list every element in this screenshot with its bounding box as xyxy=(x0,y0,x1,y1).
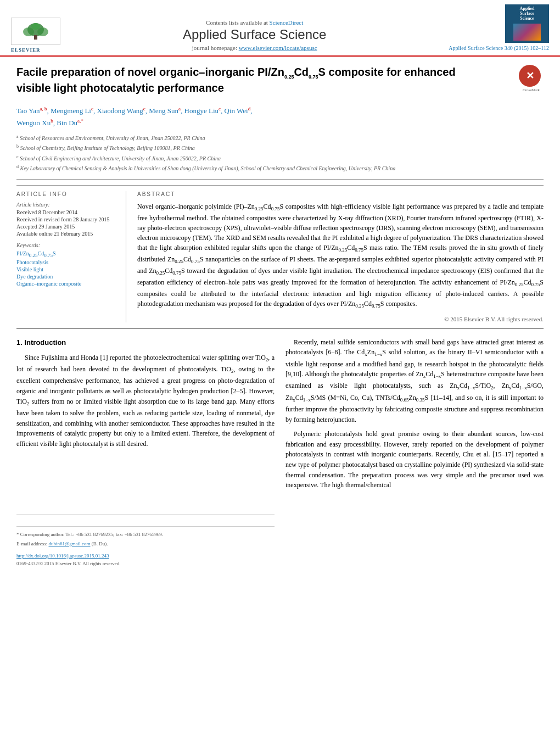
doi-section: http://dx.doi.org/10.1016/j.apsusc.2015.… xyxy=(16,553,275,560)
accepted-date: Accepted 29 January 2015 xyxy=(16,224,117,230)
authors-line: Tao Yana, b, Mengmeng Lic, Xiaodong Wang… xyxy=(16,105,544,129)
keywords-label: Keywords: xyxy=(16,242,117,248)
history-section: Article history: Received 8 December 201… xyxy=(16,202,117,237)
section-divider xyxy=(16,179,544,180)
body-right-col: Recently, metal sulfide semiconductors w… xyxy=(285,337,544,568)
affiliations-section: a School of Resources and Environment, U… xyxy=(16,133,544,172)
body-columns: 1. Introduction Since Fujishima and Hond… xyxy=(16,337,544,568)
intro-para-2: Recently, metal sulfide semiconductors w… xyxy=(285,337,544,425)
article-title-section: Facile preparation of novel organic–inor… xyxy=(16,65,544,99)
info-abstract-section: ARTICLE INFO Article history: Received 8… xyxy=(16,185,544,322)
elsevier-logo-image xyxy=(16,20,55,43)
doi-link[interactable]: http://dx.doi.org/10.1016/j.apsusc.2015.… xyxy=(16,553,109,559)
journal-info-center: Contents lists available at ScienceDirec… xyxy=(60,19,449,55)
crossmark-label: CrossMark xyxy=(519,88,544,92)
homepage-link[interactable]: www.elsevier.com/locate/apsusc xyxy=(239,44,317,51)
history-label: Article history: xyxy=(16,202,117,208)
intro-para-1: Since Fujishima and Honda [1] reported t… xyxy=(16,353,275,449)
keyword-4: Dye degradation xyxy=(16,274,117,280)
crossmark-icon: ✕ xyxy=(519,65,541,87)
affiliation-a: a School of Resources and Environment, U… xyxy=(16,133,544,142)
synthesized-word: synthesized xyxy=(474,461,505,468)
article-info-column: ARTICLE INFO Article history: Received 8… xyxy=(16,191,126,322)
elsevier-logo xyxy=(11,18,60,45)
svg-point-5 xyxy=(31,23,40,30)
article-content: Facile preparation of novel organic–inor… xyxy=(0,57,560,576)
keyword-1: PI/Zn0.25Cd0.75S xyxy=(16,250,117,258)
page: ELSEVIER Contents lists available at Sci… xyxy=(0,0,560,742)
citation-info: Applied Surface Science 340 (2015) 102–1… xyxy=(449,45,549,51)
sciencedirect-link[interactable]: ScienceDirect xyxy=(270,19,304,26)
main-body: 1. Introduction Since Fujishima and Hond… xyxy=(16,328,544,568)
keywords-section: Keywords: PI/Zn0.25Cd0.75S Photocatalysi… xyxy=(16,242,117,287)
body-left-col: 1. Introduction Since Fujishima and Hond… xyxy=(16,337,275,568)
elsevier-branding: ELSEVIER xyxy=(11,18,60,55)
email-link[interactable]: dubin61@gmail.com xyxy=(48,541,90,546)
copyright-text: © 2015 Elsevier B.V. All rights reserved… xyxy=(137,316,544,322)
journal-title: Applied Surface Science xyxy=(60,27,449,42)
crossmark-badge: ✕ CrossMark xyxy=(519,65,544,90)
journal-homepage: journal homepage: www.elsevier.com/locat… xyxy=(60,44,449,51)
received-date: Received 8 December 2014 xyxy=(16,209,117,215)
affiliation-b: b School of Chemistry, Beijing Institute… xyxy=(16,143,544,152)
svg-rect-4 xyxy=(34,35,37,40)
svg-point-3 xyxy=(37,27,48,36)
journal-badge: AppliedSurfaceScience xyxy=(505,4,549,43)
journal-header: ELSEVIER Contents lists available at Sci… xyxy=(0,0,560,57)
email-note: E-mail address: dubin61@gmail.com (B. Du… xyxy=(16,540,275,548)
elsevier-label: ELSEVIER xyxy=(11,47,41,53)
badge-title: AppliedSurfaceScience xyxy=(519,7,534,21)
affiliation-c: c School of Civil Engineering and Archit… xyxy=(16,154,544,163)
article-title: Facile preparation of novel organic–inor… xyxy=(16,65,472,95)
availability-text: Contents lists available at ScienceDirec… xyxy=(60,19,449,26)
intro-para-3: Polymeric photocatalysts hold great prom… xyxy=(285,429,544,490)
abstract-column: ABSTRACT Novel organic–inorganic polyimi… xyxy=(137,191,544,322)
keyword-5: Organic–inorganic composite xyxy=(16,281,117,287)
issn-text: 0169-4332/© 2015 Elsevier B.V. All right… xyxy=(16,560,275,568)
footnote-section: * Corresponding author. Tel.: +86 531 82… xyxy=(16,526,275,568)
affiliation-d: d Key Laboratory of Chemical Sensing & A… xyxy=(16,164,544,172)
keyword-3: Visible light xyxy=(16,266,117,272)
article-info-heading: ARTICLE INFO xyxy=(16,191,117,197)
corresponding-note: * Corresponding author. Tel.: +86 531 82… xyxy=(16,531,275,539)
badge-image xyxy=(513,24,541,41)
abstract-heading: ABSTRACT xyxy=(137,191,544,197)
keyword-2: Photocatalysis xyxy=(16,259,117,265)
footer-rule xyxy=(16,515,275,515)
abstract-text: Novel organic–inorganic polyimide (PI)–Z… xyxy=(137,202,544,310)
svg-point-2 xyxy=(23,27,34,36)
footer-area: * Corresponding author. Tel.: +86 531 82… xyxy=(16,515,275,568)
revised-date: Received in revised form 28 January 2015 xyxy=(16,216,117,222)
section-1-heading: 1. Introduction xyxy=(16,337,275,348)
journal-badge-area: AppliedSurfaceScience Applied Surface Sc… xyxy=(449,4,549,55)
available-date: Available online 21 February 2015 xyxy=(16,231,117,237)
